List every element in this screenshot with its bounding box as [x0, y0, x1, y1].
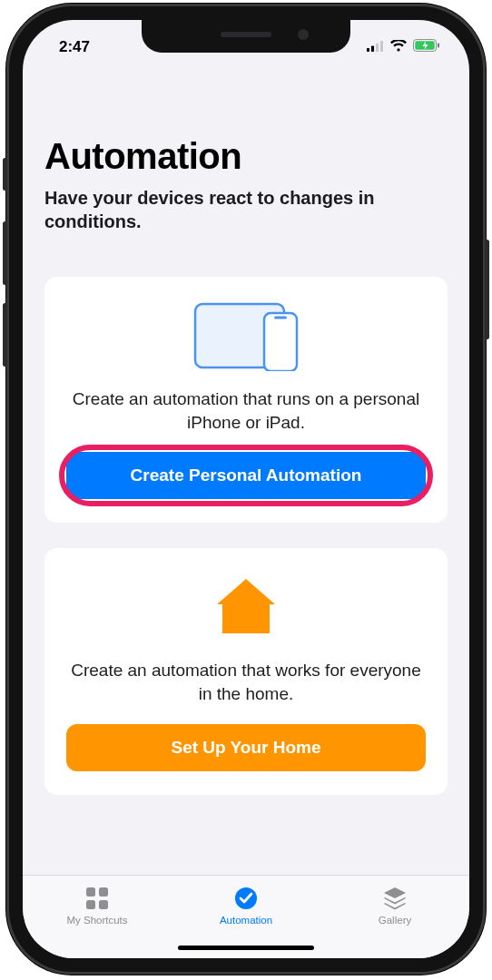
svg-rect-2 — [376, 44, 379, 52]
home-automation-card: Create an automation that works for ever… — [44, 548, 448, 794]
svg-rect-1 — [371, 46, 374, 53]
home-card-description: Create an automation that works for ever… — [66, 659, 426, 705]
page-subtitle: Have your devices react to changes in co… — [44, 186, 448, 233]
battery-icon — [413, 38, 440, 56]
svg-rect-3 — [380, 41, 383, 52]
volume-down — [3, 303, 7, 367]
screen: 2:47 Automation Have your devices react … — [23, 20, 469, 958]
svg-rect-13 — [99, 900, 108, 909]
power-button — [485, 240, 489, 339]
tab-label: Gallery — [379, 915, 411, 926]
wifi-icon — [390, 38, 407, 56]
content-area: Automation Have your devices react to ch… — [23, 82, 469, 875]
tab-label: Automation — [220, 915, 272, 926]
setup-home-button[interactable]: Set Up Your Home — [66, 724, 426, 771]
stack-icon — [381, 885, 408, 912]
svg-rect-9 — [274, 317, 287, 319]
volume-up — [3, 221, 7, 285]
svg-rect-12 — [86, 900, 95, 909]
cellular-icon — [367, 38, 384, 56]
personal-card-description: Create an automation that runs on a pers… — [66, 387, 426, 434]
svg-rect-6 — [438, 44, 439, 48]
phone-frame: 2:47 Automation Have your devices react … — [6, 4, 486, 975]
devices-icon — [66, 299, 426, 373]
home-icon — [66, 570, 426, 644]
svg-rect-8 — [264, 313, 297, 371]
svg-rect-10 — [86, 887, 95, 897]
tab-automation[interactable]: Automation — [172, 885, 320, 926]
tab-label: My Shortcuts — [66, 915, 127, 926]
tab-my-shortcuts[interactable]: My Shortcuts — [23, 885, 172, 926]
tab-gallery[interactable]: Gallery — [320, 885, 469, 926]
grid-icon — [84, 885, 111, 912]
home-indicator[interactable] — [178, 946, 314, 950]
status-time: 2:47 — [48, 38, 90, 56]
automation-check-icon — [232, 885, 260, 912]
notch — [142, 20, 350, 53]
page-title: Automation — [44, 136, 448, 177]
personal-automation-card: Create an automation that runs on a pers… — [44, 277, 448, 523]
highlight-annotation: Create Personal Automation — [66, 452, 426, 499]
svg-rect-11 — [99, 887, 108, 897]
create-personal-automation-button[interactable]: Create Personal Automation — [66, 452, 426, 499]
mute-switch — [3, 158, 7, 191]
svg-rect-0 — [367, 48, 369, 52]
